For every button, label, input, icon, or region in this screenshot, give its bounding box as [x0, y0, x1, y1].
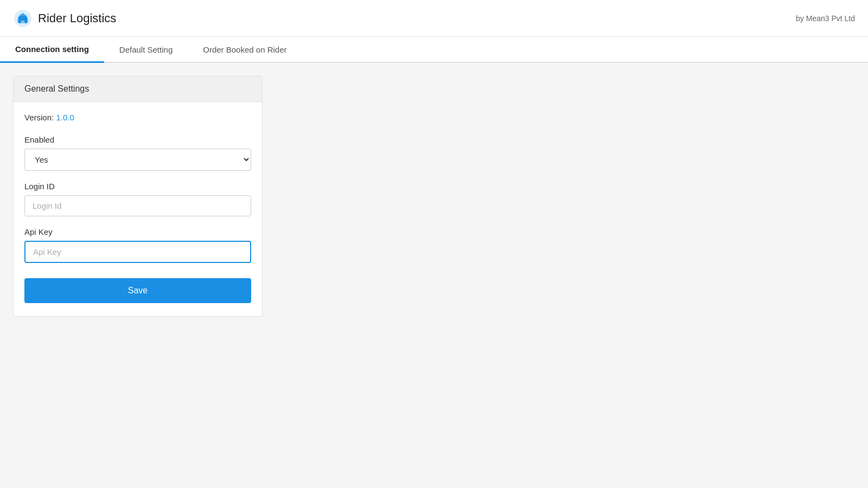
- main-content: General Settings Version: 1.0.0 Enabled …: [0, 63, 868, 486]
- enabled-group: Enabled Yes No: [24, 135, 251, 171]
- general-settings-card: General Settings Version: 1.0.0 Enabled …: [13, 76, 263, 317]
- login-id-group: Login ID: [24, 182, 251, 216]
- version-label: Version:: [24, 113, 54, 122]
- tab-default-setting[interactable]: Default Setting: [104, 37, 188, 62]
- header-left: Rider Logistics: [13, 9, 116, 28]
- tab-connection-setting[interactable]: Connection setting: [0, 37, 104, 63]
- save-button[interactable]: Save: [24, 278, 251, 303]
- app-title: Rider Logistics: [38, 11, 116, 25]
- api-key-input[interactable]: [24, 241, 251, 263]
- svg-rect-4: [18, 16, 27, 21]
- login-id-input[interactable]: [24, 195, 251, 216]
- login-id-label: Login ID: [24, 182, 251, 191]
- brand-label: by Mean3 Pvt Ltd: [796, 14, 855, 23]
- api-key-label: Api Key: [24, 227, 251, 236]
- app-header: Rider Logistics by Mean3 Pvt Ltd: [0, 0, 868, 37]
- card-body: Version: 1.0.0 Enabled Yes No Login ID A…: [14, 102, 262, 316]
- tabs-bar: Connection setting Default Setting Order…: [0, 37, 868, 63]
- app-logo-icon: [13, 9, 33, 28]
- tab-order-booked[interactable]: Order Booked on Rider: [188, 37, 302, 62]
- api-key-group: Api Key: [24, 227, 251, 263]
- card-title: General Settings: [14, 76, 262, 102]
- version-row: Version: 1.0.0: [24, 113, 251, 122]
- version-value: 1.0.0: [56, 113, 74, 122]
- enabled-select[interactable]: Yes No: [24, 149, 251, 171]
- enabled-label: Enabled: [24, 135, 251, 144]
